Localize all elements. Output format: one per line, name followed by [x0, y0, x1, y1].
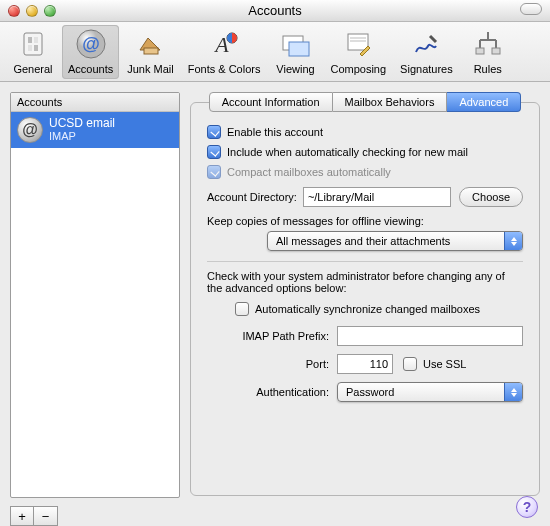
authentication-label: Authentication: [207, 386, 337, 398]
window-controls [8, 5, 56, 17]
fonts-colors-icon: A [207, 27, 241, 61]
toolbar-label: Junk Mail [127, 63, 173, 75]
keep-copies-value: All messages and their attachments [276, 235, 450, 247]
signatures-icon [409, 27, 443, 61]
keep-copies-popup[interactable]: All messages and their attachments [267, 231, 523, 251]
accounts-sidebar: Accounts @ UCSD email IMAP [10, 92, 180, 498]
rules-icon [471, 27, 505, 61]
include-auto-check-label: Include when automatically checking for … [227, 146, 468, 158]
svg-rect-1 [28, 37, 32, 43]
popup-arrows-icon [504, 383, 522, 401]
toolbar-label: Accounts [68, 63, 113, 75]
at-sign-icon: @ [17, 117, 43, 143]
imap-prefix-label: IMAP Path Prefix: [207, 330, 337, 342]
switch-icon [16, 27, 50, 61]
toolbar-item-signatures[interactable]: Signatures [394, 25, 459, 79]
svg-rect-0 [24, 33, 42, 55]
auto-sync-label: Automatically synchronize changed mailbo… [255, 303, 480, 315]
imap-prefix-field[interactable] [337, 326, 523, 346]
popup-arrows-icon [504, 232, 522, 250]
account-name: UCSD email [49, 116, 115, 130]
toolbar-item-junk-mail[interactable]: Junk Mail [121, 25, 179, 79]
use-ssl-checkbox[interactable] [403, 357, 417, 371]
window-title: Accounts [0, 3, 550, 18]
authentication-popup[interactable]: Password [337, 382, 523, 402]
admin-note: Check with your system administrator bef… [207, 270, 523, 294]
svg-text:A: A [213, 32, 229, 57]
keep-copies-label: Keep copies of messages for offline view… [207, 215, 523, 227]
use-ssl-label: Use SSL [423, 358, 466, 370]
svg-rect-16 [492, 48, 500, 54]
toolbar-item-viewing[interactable]: Viewing [268, 25, 322, 79]
help-button[interactable]: ? [516, 496, 538, 518]
svg-rect-3 [28, 45, 32, 51]
svg-rect-12 [348, 34, 368, 50]
section-separator [207, 261, 523, 262]
toolbar-pill-button[interactable] [520, 3, 542, 15]
include-auto-check-checkbox[interactable] [207, 145, 221, 159]
svg-text:@: @ [82, 34, 100, 54]
account-directory-label: Account Directory: [207, 191, 297, 203]
svg-rect-15 [476, 48, 484, 54]
close-window-button[interactable] [8, 5, 20, 17]
toolbar-item-fonts-colors[interactable]: A Fonts & Colors [182, 25, 267, 79]
toolbar-label: Rules [474, 63, 502, 75]
choose-directory-button[interactable]: Choose [459, 187, 523, 207]
enable-account-checkbox[interactable] [207, 125, 221, 139]
toolbar-label: Fonts & Colors [188, 63, 261, 75]
window-titlebar: Accounts [0, 0, 550, 22]
account-type: IMAP [49, 130, 115, 143]
toolbar-item-rules[interactable]: Rules [461, 25, 515, 79]
tab-account-information[interactable]: Account Information [209, 92, 333, 112]
at-sign-icon: @ [74, 27, 108, 61]
zoom-window-button[interactable] [44, 5, 56, 17]
advanced-panel: Enable this account Include when automat… [190, 102, 540, 496]
toolbar-label: Composing [330, 63, 386, 75]
tab-mailbox-behaviors[interactable]: Mailbox Behaviors [333, 92, 448, 112]
enable-account-label: Enable this account [227, 126, 323, 138]
port-field[interactable] [337, 354, 393, 374]
account-directory-field [303, 187, 451, 207]
toolbar-label: Viewing [276, 63, 314, 75]
authentication-value: Password [346, 386, 394, 398]
minimize-window-button[interactable] [26, 5, 38, 17]
junk-mail-icon [133, 27, 167, 61]
toolbar-item-general[interactable]: General [6, 25, 60, 79]
svg-rect-2 [34, 45, 38, 51]
port-label: Port: [207, 358, 337, 370]
account-list-item[interactable]: @ UCSD email IMAP [11, 112, 179, 148]
tab-advanced[interactable]: Advanced [447, 92, 521, 112]
add-account-button[interactable]: + [10, 506, 34, 526]
toolbar-item-composing[interactable]: Composing [324, 25, 392, 79]
auto-sync-checkbox[interactable] [235, 302, 249, 316]
toolbar-item-accounts[interactable]: @ Accounts [62, 25, 119, 79]
compact-mailboxes-label: Compact mailboxes automatically [227, 166, 391, 178]
toolbar-label: Signatures [400, 63, 453, 75]
svg-rect-7 [144, 48, 158, 54]
composing-icon [341, 27, 375, 61]
toolbar-label: General [13, 63, 52, 75]
account-tabs: Account Information Mailbox Behaviors Ad… [190, 92, 540, 112]
remove-account-button[interactable]: − [34, 506, 58, 526]
compact-mailboxes-checkbox [207, 165, 221, 179]
preferences-toolbar: General @ Accounts Junk Mail A Fonts & C… [0, 22, 550, 82]
svg-rect-4 [34, 37, 38, 43]
viewing-icon [278, 27, 312, 61]
sidebar-header: Accounts [11, 93, 179, 112]
svg-rect-11 [289, 42, 309, 56]
